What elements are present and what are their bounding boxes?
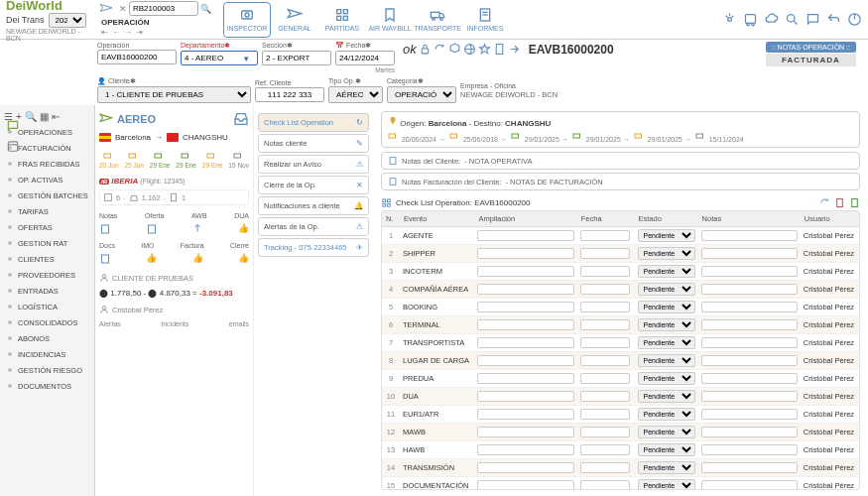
fecha-input[interactable]	[580, 284, 630, 295]
search-input[interactable]	[129, 1, 198, 16]
notas-input[interactable]	[701, 409, 798, 420]
th-estado[interactable]: Estado	[635, 211, 698, 227]
sidebar-item[interactable]: OFERTAS	[0, 219, 94, 235]
estado-select[interactable]: Pendiente	[638, 265, 695, 278]
fecha-input[interactable]	[580, 391, 630, 402]
sidebar-item[interactable]: CLIENTES	[0, 251, 94, 267]
estado-select[interactable]: Pendiente	[638, 426, 695, 438]
emails-link[interactable]: emails	[229, 320, 249, 327]
estado-select[interactable]: Pendiente	[638, 301, 695, 313]
amp-input[interactable]	[477, 444, 573, 455]
sidebar-item[interactable]: CONSOLIDADOS	[0, 314, 94, 330]
first-icon[interactable]: ⇤	[101, 28, 108, 37]
fecha-input[interactable]	[580, 337, 630, 348]
table-refresh-icon[interactable]	[819, 197, 830, 208]
categoria-select[interactable]: OPERACIÓN	[387, 86, 456, 103]
ok-refresh-icon[interactable]	[434, 43, 446, 56]
fecha-input[interactable]	[580, 462, 630, 473]
search-icon[interactable]: 🔍	[200, 4, 211, 14]
action-list-item[interactable]: Cierre de la Op.✕	[258, 176, 369, 194]
estado-select[interactable]: Pendiente	[638, 336, 695, 349]
th-evento[interactable]: Evento	[400, 211, 474, 227]
fecha-input[interactable]	[580, 427, 630, 437]
sidebar-item[interactable]: PROVEEDORES	[0, 267, 94, 283]
amp-input[interactable]	[477, 266, 573, 277]
amp-input[interactable]	[477, 462, 573, 473]
estado-select[interactable]: Pendiente	[638, 372, 695, 385]
amp-input[interactable]	[477, 337, 573, 348]
amp-input[interactable]	[477, 427, 573, 437]
zoom-icon[interactable]	[785, 12, 800, 27]
th-amp[interactable]: Ampliación	[474, 211, 576, 227]
search-sidebar-icon[interactable]: 🔍	[25, 111, 37, 122]
year-select[interactable]: 2025	[49, 13, 86, 28]
ok-doc-icon[interactable]	[493, 43, 506, 56]
ok-globe-icon[interactable]	[463, 43, 476, 56]
estado-select[interactable]: Pendiente	[638, 283, 695, 296]
factura-thumb[interactable]: 👍	[192, 253, 203, 265]
inbox-icon[interactable]	[233, 111, 249, 127]
pdf-icon[interactable]	[834, 197, 845, 208]
incidents-link[interactable]: Incidents	[161, 320, 188, 327]
sidebar-item[interactable]: ENTRADAS	[0, 283, 94, 299]
cliente-select[interactable]: 1 - CLIENTE DE PRUEBAS	[97, 86, 251, 103]
seccion-input[interactable]	[262, 51, 331, 65]
notas-input[interactable]	[701, 444, 798, 455]
sidebar-item[interactable]: INCIDENCIAS	[0, 346, 94, 362]
th-fecha[interactable]: Fecha	[577, 211, 635, 227]
notas-input[interactable]	[701, 319, 798, 330]
notas-input[interactable]	[701, 480, 798, 490]
nav-transporte[interactable]: TRANSPORTE	[414, 2, 461, 38]
grid-icon[interactable]: ▦	[40, 111, 49, 122]
amp-input[interactable]	[477, 230, 573, 241]
ok-lock-icon[interactable]	[419, 43, 432, 56]
last-icon[interactable]: ⇥	[136, 28, 143, 37]
notas-input[interactable]	[701, 302, 798, 312]
power-icon[interactable]	[847, 12, 862, 27]
amp-input[interactable]	[477, 409, 573, 420]
notas-operacion-badge[interactable]: :: NOTAS OPERACIÓN ::	[766, 42, 856, 53]
float-calendar-icon[interactable]	[6, 139, 20, 153]
float-chat-icon[interactable]	[6, 119, 20, 133]
dropdown-icon[interactable]: ▾	[244, 54, 249, 63]
notas-input[interactable]	[701, 462, 798, 473]
action-list-item[interactable]: Alertas de la Op.⚠	[258, 217, 369, 236]
notas-input[interactable]	[701, 230, 798, 241]
th-n[interactable]: N.	[382, 211, 400, 227]
estado-select[interactable]: Pendiente	[638, 247, 695, 260]
fecha-input[interactable]	[580, 302, 630, 312]
fecha-input[interactable]	[580, 480, 630, 490]
estado-select[interactable]: Pendiente	[638, 443, 695, 456]
tipoop-select[interactable]: AÉREO	[328, 86, 383, 103]
nav-airwaybill[interactable]: AIR WAYBILL	[366, 2, 414, 38]
sidebar-item[interactable]: OP. ACTIVAS	[0, 172, 94, 187]
estado-select[interactable]: Pendiente	[638, 390, 695, 403]
operacion-input[interactable]	[97, 50, 177, 64]
nav-general[interactable]: GENERAL	[271, 2, 318, 38]
nav-partidas[interactable]: PARTIDAS	[318, 2, 366, 38]
collapse-icon[interactable]: ⇤	[52, 111, 60, 122]
action-list-item[interactable]: Tracking - 075-22334465✈	[258, 238, 369, 257]
amp-input[interactable]	[477, 355, 573, 366]
next-icon[interactable]: →	[124, 28, 132, 37]
nav-informes[interactable]: INFORMES	[461, 2, 509, 38]
th-notas[interactable]: Notas	[698, 211, 801, 227]
fecha-input[interactable]	[580, 266, 630, 277]
imo-thumb[interactable]: 👍	[146, 253, 157, 265]
notas-input[interactable]	[701, 427, 798, 437]
estado-select[interactable]: Pendiente	[638, 461, 695, 474]
ok-export-icon[interactable]	[508, 43, 521, 56]
clear-search-icon[interactable]: ✕	[119, 4, 127, 14]
notas-input[interactable]	[701, 391, 798, 402]
amp-input[interactable]	[477, 284, 573, 295]
sidebar-item[interactable]: ABONOS	[0, 330, 94, 346]
fecha-input[interactable]	[580, 409, 630, 420]
ant-icon[interactable]	[722, 12, 737, 27]
sidebar-item[interactable]: TARIFAS	[0, 203, 94, 219]
estado-select[interactable]: Pendiente	[638, 479, 695, 490]
notas-input[interactable]	[701, 248, 798, 259]
estado-select[interactable]: Pendiente	[638, 408, 695, 421]
sidebar-item[interactable]: DOCUMENTOS	[0, 378, 94, 394]
cierre-thumb[interactable]: 👍	[238, 253, 249, 265]
excel-icon[interactable]	[849, 197, 860, 208]
